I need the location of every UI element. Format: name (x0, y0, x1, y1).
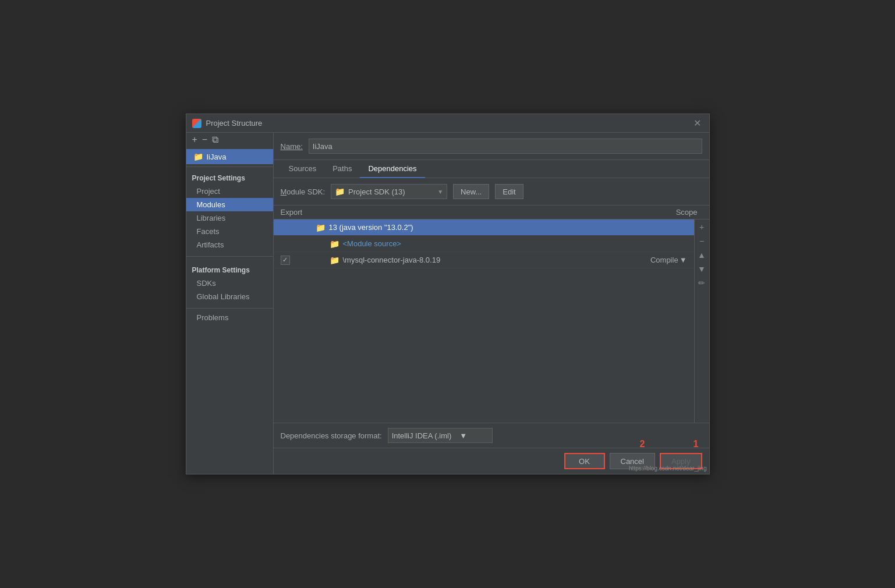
right-toolbar: + − ▲ ▼ ✏ (694, 219, 709, 423)
storage-value: IntelliJ IDEA (.iml) (392, 431, 452, 440)
problems-section: Problems (186, 308, 273, 324)
scope-arrow: ▼ (680, 256, 687, 264)
close-button[interactable]: ✕ (691, 118, 703, 129)
right-edit-button[interactable]: ✏ (695, 277, 708, 289)
module-folder-icon: 📁 (193, 152, 203, 161)
sidebar: + − ⧉ 📁 IiJava Project Settings Project … (186, 133, 274, 474)
tab-paths[interactable]: Paths (324, 160, 360, 178)
label-number-1: 1 (694, 439, 699, 449)
deps-row-mysql[interactable]: 📁 \mysql-connector-java-8.0.19 Compile ▼ (274, 252, 694, 268)
row3-checkbox[interactable] (281, 256, 290, 265)
dialog-title: Project Structure (206, 119, 263, 127)
sdk-folder-icon: 📁 (335, 187, 345, 196)
sdk-value: Project SDK (13) (348, 187, 405, 196)
tab-dependencies[interactable]: Dependencies (360, 160, 424, 178)
deps-row-jdk[interactable]: 📁 13 (java version "13.0.2") (274, 219, 694, 236)
copy-module-button[interactable]: ⧉ (211, 135, 220, 144)
row1-name: 📁 13 (java version "13.0.2") (316, 223, 629, 232)
module-toolbar: + − ⧉ (186, 133, 273, 147)
right-down-button[interactable]: ▼ (695, 263, 708, 275)
content-area: + − ⧉ 📁 IiJava Project Settings Project … (186, 133, 709, 474)
sidebar-item-project[interactable]: Project (186, 185, 273, 198)
platform-settings-header: Platform Settings (186, 259, 273, 277)
ok-button[interactable]: OK (564, 453, 605, 469)
deps-table-area: 📁 13 (java version "13.0.2") 📁 <Module s… (274, 219, 709, 423)
storage-label: Dependencies storage format: (281, 431, 382, 440)
add-module-button[interactable]: + (191, 135, 199, 144)
deps-table-header: Export Scope (274, 206, 709, 219)
sidebar-item-problems[interactable]: Problems (186, 311, 273, 324)
project-settings-header: Project Settings (186, 167, 273, 185)
row3-export (281, 256, 316, 265)
row2-folder-icon: 📁 (330, 239, 339, 249)
remove-module-button[interactable]: − (201, 135, 208, 144)
row3-scope: Compile ▼ (629, 256, 687, 264)
name-row: Name: (274, 133, 709, 160)
col-scope-header: Scope (644, 208, 702, 217)
sdk-label: Module SDK: (281, 187, 326, 196)
right-add-button[interactable]: + (695, 221, 708, 233)
row1-folder-icon: 📁 (316, 223, 326, 232)
main-panel: Name: Sources Paths Dependencies Module … (274, 133, 709, 474)
app-icon (192, 119, 201, 128)
deps-row-module-source[interactable]: 📁 <Module source> (274, 236, 694, 252)
sidebar-item-sdks[interactable]: SDKs (186, 277, 273, 290)
col-export-header: Export (281, 208, 316, 217)
row1-name-text: 13 (java version "13.0.2") (329, 223, 413, 232)
sidebar-item-facets[interactable]: Facets (186, 225, 273, 238)
module-item-iijava[interactable]: 📁 IiJava (186, 149, 273, 164)
sidebar-item-global-libraries[interactable]: Global Libraries (186, 290, 273, 303)
row2-name: 📁 <Module source> (316, 239, 629, 249)
sdk-edit-button[interactable]: Edit (495, 184, 523, 199)
title-bar: Project Structure ✕ (186, 114, 709, 133)
row3-folder-icon: 📁 (330, 256, 339, 265)
storage-select[interactable]: IntelliJ IDEA (.iml) ▼ (388, 428, 493, 443)
sdk-dropdown-arrow: ▼ (437, 189, 443, 195)
dependencies-table-wrapper: Export Scope 📁 13 (java version "13.0.2"… (274, 206, 709, 423)
platform-settings-section: Platform Settings SDKs Global Libraries (186, 256, 273, 303)
sdk-select[interactable]: 📁 Project SDK (13) ▼ (331, 184, 447, 199)
deps-table: 📁 13 (java version "13.0.2") 📁 <Module s… (274, 219, 694, 423)
name-input[interactable] (309, 139, 702, 154)
sdk-row: Module SDK: 📁 Project SDK (13) ▼ New... … (274, 178, 709, 206)
row2-name-text: <Module source> (343, 239, 401, 248)
row3-name: 📁 \mysql-connector-java-8.0.19 (316, 256, 629, 265)
module-list: 📁 IiJava (186, 147, 273, 167)
scope-dropdown[interactable]: Compile ▼ (650, 256, 687, 264)
watermark: https://blog.csdn.net/dear_jing (629, 465, 706, 472)
row3-name-text: \mysql-connector-java-8.0.19 (343, 256, 441, 264)
title-bar-left: Project Structure (192, 119, 263, 128)
module-item-label: IiJava (207, 153, 227, 161)
sidebar-item-libraries[interactable]: Libraries (186, 211, 273, 225)
sidebar-item-modules[interactable]: Modules (186, 198, 273, 211)
name-label: Name: (281, 142, 303, 151)
storage-arrow: ▼ (459, 431, 467, 440)
right-up-button[interactable]: ▲ (695, 249, 708, 261)
sidebar-item-artifacts[interactable]: Artifacts (186, 238, 273, 252)
tab-sources[interactable]: Sources (281, 160, 325, 178)
sdk-new-button[interactable]: New... (453, 184, 489, 199)
right-remove-button[interactable]: − (695, 235, 708, 247)
label-number-2: 2 (640, 439, 645, 449)
tabs-row: Sources Paths Dependencies (274, 160, 709, 178)
